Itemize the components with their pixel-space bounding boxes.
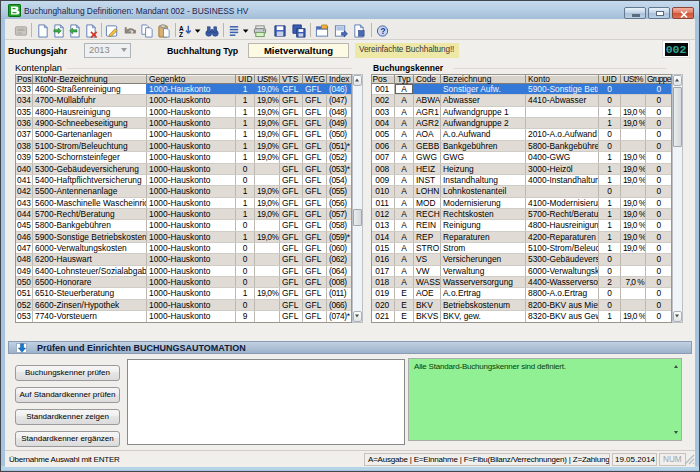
svg-text:Z: Z	[179, 31, 183, 38]
svg-text:?: ?	[380, 25, 385, 35]
